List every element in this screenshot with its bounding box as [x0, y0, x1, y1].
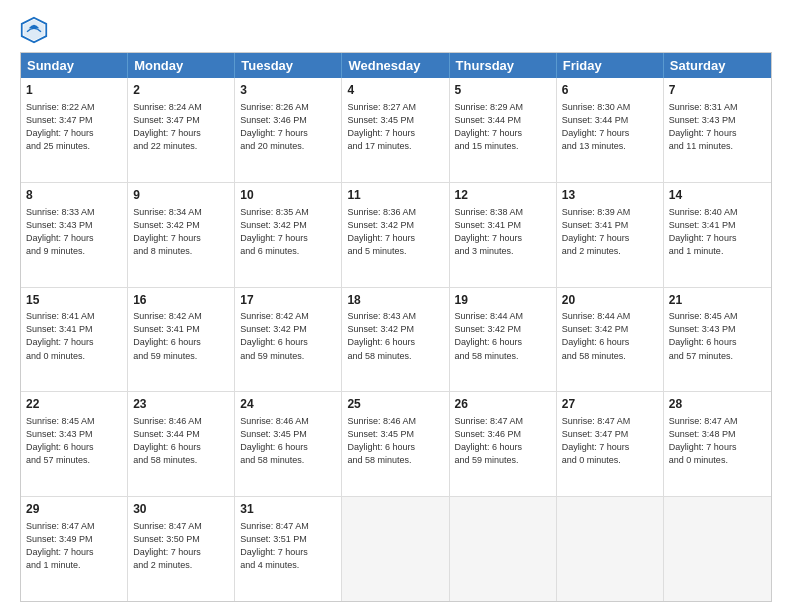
calendar-cell: 6Sunrise: 8:30 AMSunset: 3:44 PMDaylight…: [557, 78, 664, 182]
cell-text: Sunrise: 8:43 AMSunset: 3:42 PMDaylight:…: [347, 310, 443, 362]
calendar: SundayMondayTuesdayWednesdayThursdayFrid…: [20, 52, 772, 602]
calendar-day-header: Tuesday: [235, 53, 342, 78]
cell-text: Sunrise: 8:46 AMSunset: 3:45 PMDaylight:…: [347, 415, 443, 467]
calendar-cell: 3Sunrise: 8:26 AMSunset: 3:46 PMDaylight…: [235, 78, 342, 182]
calendar-cell: 29Sunrise: 8:47 AMSunset: 3:49 PMDayligh…: [21, 497, 128, 601]
cell-text: Sunrise: 8:47 AMSunset: 3:49 PMDaylight:…: [26, 520, 122, 572]
day-number: 16: [133, 292, 229, 309]
day-number: 27: [562, 396, 658, 413]
day-number: 13: [562, 187, 658, 204]
calendar-cell: 28Sunrise: 8:47 AMSunset: 3:48 PMDayligh…: [664, 392, 771, 496]
calendar-week-row: 15Sunrise: 8:41 AMSunset: 3:41 PMDayligh…: [21, 288, 771, 393]
day-number: 26: [455, 396, 551, 413]
calendar-cell: 5Sunrise: 8:29 AMSunset: 3:44 PMDaylight…: [450, 78, 557, 182]
day-number: 6: [562, 82, 658, 99]
calendar-day-header: Sunday: [21, 53, 128, 78]
logo-icon: [20, 16, 48, 44]
day-number: 10: [240, 187, 336, 204]
cell-text: Sunrise: 8:29 AMSunset: 3:44 PMDaylight:…: [455, 101, 551, 153]
day-number: 7: [669, 82, 766, 99]
cell-text: Sunrise: 8:36 AMSunset: 3:42 PMDaylight:…: [347, 206, 443, 258]
calendar-cell: 22Sunrise: 8:45 AMSunset: 3:43 PMDayligh…: [21, 392, 128, 496]
cell-text: Sunrise: 8:34 AMSunset: 3:42 PMDaylight:…: [133, 206, 229, 258]
day-number: 1: [26, 82, 122, 99]
calendar-cell: 24Sunrise: 8:46 AMSunset: 3:45 PMDayligh…: [235, 392, 342, 496]
calendar-week-row: 8Sunrise: 8:33 AMSunset: 3:43 PMDaylight…: [21, 183, 771, 288]
cell-text: Sunrise: 8:44 AMSunset: 3:42 PMDaylight:…: [562, 310, 658, 362]
calendar-week-row: 1Sunrise: 8:22 AMSunset: 3:47 PMDaylight…: [21, 78, 771, 183]
cell-text: Sunrise: 8:35 AMSunset: 3:42 PMDaylight:…: [240, 206, 336, 258]
day-number: 5: [455, 82, 551, 99]
cell-text: Sunrise: 8:46 AMSunset: 3:45 PMDaylight:…: [240, 415, 336, 467]
cell-text: Sunrise: 8:33 AMSunset: 3:43 PMDaylight:…: [26, 206, 122, 258]
cell-text: Sunrise: 8:44 AMSunset: 3:42 PMDaylight:…: [455, 310, 551, 362]
calendar-cell: 16Sunrise: 8:42 AMSunset: 3:41 PMDayligh…: [128, 288, 235, 392]
calendar-cell: 1Sunrise: 8:22 AMSunset: 3:47 PMDaylight…: [21, 78, 128, 182]
day-number: 23: [133, 396, 229, 413]
day-number: 8: [26, 187, 122, 204]
calendar-cell-empty: [664, 497, 771, 601]
cell-text: Sunrise: 8:38 AMSunset: 3:41 PMDaylight:…: [455, 206, 551, 258]
calendar-cell: 4Sunrise: 8:27 AMSunset: 3:45 PMDaylight…: [342, 78, 449, 182]
cell-text: Sunrise: 8:40 AMSunset: 3:41 PMDaylight:…: [669, 206, 766, 258]
calendar-cell: 25Sunrise: 8:46 AMSunset: 3:45 PMDayligh…: [342, 392, 449, 496]
cell-text: Sunrise: 8:47 AMSunset: 3:46 PMDaylight:…: [455, 415, 551, 467]
cell-text: Sunrise: 8:45 AMSunset: 3:43 PMDaylight:…: [26, 415, 122, 467]
logo: [20, 16, 52, 44]
calendar-cell: 2Sunrise: 8:24 AMSunset: 3:47 PMDaylight…: [128, 78, 235, 182]
day-number: 25: [347, 396, 443, 413]
cell-text: Sunrise: 8:46 AMSunset: 3:44 PMDaylight:…: [133, 415, 229, 467]
day-number: 3: [240, 82, 336, 99]
calendar-cell: 23Sunrise: 8:46 AMSunset: 3:44 PMDayligh…: [128, 392, 235, 496]
day-number: 4: [347, 82, 443, 99]
day-number: 30: [133, 501, 229, 518]
cell-text: Sunrise: 8:47 AMSunset: 3:48 PMDaylight:…: [669, 415, 766, 467]
cell-text: Sunrise: 8:22 AMSunset: 3:47 PMDaylight:…: [26, 101, 122, 153]
day-number: 18: [347, 292, 443, 309]
day-number: 12: [455, 187, 551, 204]
cell-text: Sunrise: 8:47 AMSunset: 3:50 PMDaylight:…: [133, 520, 229, 572]
svg-marker-0: [24, 20, 45, 41]
calendar-cell: 30Sunrise: 8:47 AMSunset: 3:50 PMDayligh…: [128, 497, 235, 601]
day-number: 22: [26, 396, 122, 413]
cell-text: Sunrise: 8:26 AMSunset: 3:46 PMDaylight:…: [240, 101, 336, 153]
day-number: 31: [240, 501, 336, 518]
cell-text: Sunrise: 8:39 AMSunset: 3:41 PMDaylight:…: [562, 206, 658, 258]
calendar-day-header: Thursday: [450, 53, 557, 78]
page: SundayMondayTuesdayWednesdayThursdayFrid…: [0, 0, 792, 612]
calendar-week-row: 22Sunrise: 8:45 AMSunset: 3:43 PMDayligh…: [21, 392, 771, 497]
calendar-cell: 8Sunrise: 8:33 AMSunset: 3:43 PMDaylight…: [21, 183, 128, 287]
cell-text: Sunrise: 8:41 AMSunset: 3:41 PMDaylight:…: [26, 310, 122, 362]
day-number: 21: [669, 292, 766, 309]
calendar-cell: 12Sunrise: 8:38 AMSunset: 3:41 PMDayligh…: [450, 183, 557, 287]
calendar-cell: 18Sunrise: 8:43 AMSunset: 3:42 PMDayligh…: [342, 288, 449, 392]
calendar-cell: 13Sunrise: 8:39 AMSunset: 3:41 PMDayligh…: [557, 183, 664, 287]
calendar-day-header: Wednesday: [342, 53, 449, 78]
calendar-cell: 15Sunrise: 8:41 AMSunset: 3:41 PMDayligh…: [21, 288, 128, 392]
calendar-cell: 17Sunrise: 8:42 AMSunset: 3:42 PMDayligh…: [235, 288, 342, 392]
day-number: 14: [669, 187, 766, 204]
day-number: 15: [26, 292, 122, 309]
day-number: 17: [240, 292, 336, 309]
calendar-week-row: 29Sunrise: 8:47 AMSunset: 3:49 PMDayligh…: [21, 497, 771, 601]
cell-text: Sunrise: 8:42 AMSunset: 3:41 PMDaylight:…: [133, 310, 229, 362]
day-number: 20: [562, 292, 658, 309]
cell-text: Sunrise: 8:27 AMSunset: 3:45 PMDaylight:…: [347, 101, 443, 153]
cell-text: Sunrise: 8:24 AMSunset: 3:47 PMDaylight:…: [133, 101, 229, 153]
calendar-cell: 11Sunrise: 8:36 AMSunset: 3:42 PMDayligh…: [342, 183, 449, 287]
calendar-cell: 10Sunrise: 8:35 AMSunset: 3:42 PMDayligh…: [235, 183, 342, 287]
day-number: 24: [240, 396, 336, 413]
calendar-day-header: Saturday: [664, 53, 771, 78]
calendar-cell-empty: [450, 497, 557, 601]
cell-text: Sunrise: 8:45 AMSunset: 3:43 PMDaylight:…: [669, 310, 766, 362]
cell-text: Sunrise: 8:31 AMSunset: 3:43 PMDaylight:…: [669, 101, 766, 153]
calendar-cell: 31Sunrise: 8:47 AMSunset: 3:51 PMDayligh…: [235, 497, 342, 601]
cell-text: Sunrise: 8:47 AMSunset: 3:47 PMDaylight:…: [562, 415, 658, 467]
calendar-day-header: Monday: [128, 53, 235, 78]
cell-text: Sunrise: 8:47 AMSunset: 3:51 PMDaylight:…: [240, 520, 336, 572]
calendar-cell: 20Sunrise: 8:44 AMSunset: 3:42 PMDayligh…: [557, 288, 664, 392]
calendar-cell: 9Sunrise: 8:34 AMSunset: 3:42 PMDaylight…: [128, 183, 235, 287]
day-number: 2: [133, 82, 229, 99]
day-number: 28: [669, 396, 766, 413]
calendar-day-header: Friday: [557, 53, 664, 78]
